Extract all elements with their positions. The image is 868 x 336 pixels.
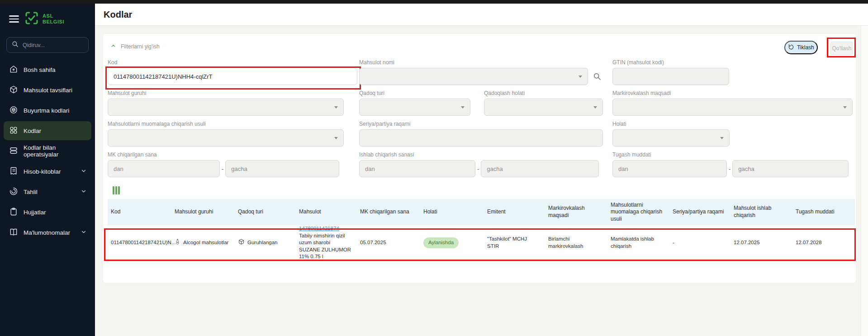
column-header-mahsulot: Mahsulot — [296, 208, 357, 216]
cell-kod: 011478001142187421U)N... — [108, 239, 171, 246]
logo-text-line2: BELGISI — [43, 19, 64, 25]
sidebar-item-label: Bosh sahifa — [24, 66, 87, 73]
qadoqlash-holati-select[interactable] — [484, 99, 603, 116]
hamburger-menu-icon[interactable] — [9, 15, 19, 23]
filter-mahsulot-nomi: Mahsulot nomi — [359, 59, 588, 85]
scrollbar[interactable] — [861, 26, 868, 336]
sidebar-item-hujjatlar[interactable]: Hujjatlar — [4, 203, 91, 222]
sidebar: ASL BELGISI Bosh sahifa Mahsulot tavsifl… — [0, 4, 95, 336]
logo-scan-check-icon — [24, 11, 39, 27]
sidebar-item-kodlar[interactable]: Kodlar — [4, 121, 91, 140]
content-card: Filterlarni yig'ish Tiklash Qo'llash Kod… — [103, 34, 856, 283]
filter-mk-chiqarilgan-sana-label: MK chiqarilgan sana — [108, 151, 344, 158]
top-strip — [0, 0, 868, 4]
order-codes-icon — [9, 105, 18, 116]
kod-input[interactable] — [108, 68, 357, 85]
column-header-qadoq-turi: Qadoq turi — [235, 208, 296, 216]
bottle-icon — [175, 238, 180, 248]
table-row[interactable]: 011478001142187421U)N... Alcogol mahsulo… — [108, 225, 855, 260]
chevron-down-icon — [81, 168, 87, 175]
references-book-icon — [9, 227, 18, 238]
logo-text-line1: ASL — [43, 13, 64, 19]
apply-filters-button[interactable]: Qo'llash — [830, 42, 853, 55]
range-separator: - — [475, 166, 481, 172]
cell-mahsulot-guruhi-text: Alcogol mahsulotlar — [183, 239, 228, 246]
ishlab-sanasi-gacha-input[interactable] — [481, 160, 599, 177]
filter-qadoqlash-holati: Qadoqlash holati — [484, 90, 603, 116]
emitent-line2: STIR — [487, 243, 540, 250]
cell-ishlab-chiqarish: 12.07.2025 — [730, 239, 792, 246]
sidebar-item-malumotnomalar[interactable]: Ma'lumotnomalar — [4, 223, 91, 242]
caret-down-icon — [461, 106, 465, 109]
reports-icon — [9, 166, 18, 177]
sidebar-item-mahsulot-tavsiflari[interactable]: Mahsulot tavsiflari — [4, 80, 91, 99]
mahsulot-nomi-search-icon[interactable] — [593, 72, 602, 83]
caret-down-icon — [579, 76, 582, 78]
sidebar-search[interactable] — [6, 37, 89, 53]
search-input[interactable] — [23, 42, 81, 48]
sidebar-item-label: Hisob-kitoblar — [24, 168, 75, 175]
sidebar-item-hisob-kitoblar[interactable]: Hisob-kitoblar — [4, 162, 91, 181]
cell-seriya-raqami: - — [669, 239, 730, 246]
mahsulot-code-link[interactable]: 14780011421874 — [299, 226, 339, 231]
filter-qadoq-turi-label: Qadoq turi — [359, 90, 470, 97]
caret-down-icon — [720, 137, 724, 139]
gtin-input[interactable] — [612, 68, 729, 85]
column-settings-icon[interactable] — [113, 186, 120, 194]
cell-mahsulot-guruhi: Alcogol mahsulotlar — [171, 238, 235, 248]
sidebar-item-label: Kodlar bilan operatsiyalar — [24, 144, 87, 158]
filter-qadoq-turi: Qadoq turi — [359, 90, 470, 116]
muomalaga-chiqarish-usuli-select[interactable] — [108, 129, 344, 147]
package-icon — [238, 238, 245, 247]
cell-holati: Aylanishda — [420, 237, 484, 248]
mahsulot-guruhi-select[interactable] — [108, 99, 344, 116]
filters-collapse-toggle[interactable]: Filterlarni yig'ish — [110, 43, 160, 51]
filter-tugash-muddati-label: Tugash muddati — [612, 151, 853, 158]
filter-mahsulot-guruhi-label: Mahsulot guruhi — [108, 90, 344, 97]
markirovkalash-maqsadi-select[interactable] — [612, 99, 853, 116]
tugash-muddati-gacha-input[interactable] — [732, 160, 849, 177]
cell-qadoq-turi: Guruhlangan — [235, 238, 296, 247]
ishlab-sanasi-dan-input[interactable] — [359, 160, 475, 177]
filter-holati: Holati — [612, 121, 730, 147]
sidebar-item-buyurtma-kodlari[interactable]: Buyurtma kodlari — [4, 101, 91, 120]
tugash-muddati-dan-input[interactable] — [612, 160, 727, 177]
filter-gtin-label: GTIN (mahsulot kodi) — [612, 59, 729, 66]
mk-sana-gacha-input[interactable] — [225, 160, 339, 177]
range-separator: - — [727, 166, 732, 172]
cell-markirovkalash-maqsadi: Birlamchi markirovkalash — [545, 236, 607, 250]
app-logo: ASL BELGISI — [24, 11, 64, 27]
sidebar-item-bosh-sahifa[interactable]: Bosh sahifa — [4, 60, 91, 79]
chevron-down-icon — [81, 229, 87, 237]
filter-kod-label: Kod — [108, 59, 357, 66]
column-header-holati: Holati — [420, 208, 484, 216]
filter-mahsulot-guruhi: Mahsulot guruhi — [108, 90, 344, 116]
sidebar-item-kodlar-bilan-operatsiyalar[interactable]: Kodlar bilan operatsiyalar — [4, 142, 91, 161]
sidebar-item-tahlil[interactable]: Tahlil — [4, 182, 91, 201]
codes-grid-icon — [9, 126, 18, 136]
mahsulot-nomi-select[interactable] — [359, 68, 588, 85]
column-header-mk-chiqarilgan-sana: MK chiqarilgan sana — [357, 208, 420, 216]
filter-gtin: GTIN (mahsulot kodi) — [612, 59, 729, 85]
filter-muomalaga-chiqarish-usuli: Mahsulotlarni muomalaga chiqarish usuli — [108, 121, 344, 147]
reset-filters-button[interactable]: Tiklash — [784, 41, 818, 54]
sidebar-item-label: Mahsulot tavsiflari — [24, 87, 87, 94]
operations-icon — [9, 146, 18, 156]
filter-qadoqlash-holati-label: Qadoqlash holati — [484, 90, 603, 97]
cell-mk-chiqarilgan-sana: 05.07.2025 — [357, 239, 420, 246]
cell-muomalaga-chiqarish-usuli: Mamlakatda ishlab chiqarish — [607, 236, 669, 250]
caret-down-icon — [593, 106, 597, 109]
caret-down-icon — [334, 106, 338, 109]
filter-mk-chiqarilgan-sana: MK chiqarilgan sana - — [108, 151, 344, 177]
seriya-raqami-input[interactable] — [359, 129, 603, 147]
qadoq-turi-select[interactable] — [359, 99, 470, 116]
holati-select[interactable] — [612, 129, 730, 147]
sidebar-nav: Bosh sahifa Mahsulot tavsiflari Buyurtma… — [0, 59, 95, 244]
status-badge: Aylanishda — [423, 237, 459, 248]
mk-sana-dan-input[interactable] — [108, 160, 220, 177]
range-separator: - — [220, 166, 225, 172]
filter-ishlab-chiqarish-sanasi-label: Ishlab chiqarish sanasi — [359, 151, 603, 158]
column-header-markirovkalash-maqsadi: Markirovkalash maqsadi — [545, 205, 607, 219]
filter-muomalaga-chiqarish-usuli-label: Mahsulotlarni muomalaga chiqarish usuli — [108, 121, 344, 128]
column-header-tugash-muddati: Tugash muddati — [792, 208, 855, 216]
